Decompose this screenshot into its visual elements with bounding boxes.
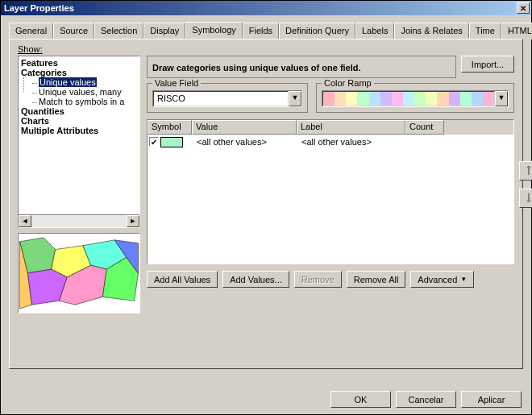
tab-display[interactable]: Display <box>143 23 185 39</box>
remove-all-button[interactable]: Remove All <box>347 271 406 288</box>
grid-header-count[interactable]: Count <box>405 120 444 135</box>
tab-definition-query[interactable]: Definition Query <box>279 23 355 39</box>
layer-properties-window: Layer Properties ✕ General Source Select… <box>0 0 532 415</box>
show-list-hscroll[interactable]: ◄ ► <box>19 214 139 227</box>
grid-row[interactable]: ✔ <all other values> <all other values> <box>148 135 513 149</box>
color-ramp-caret[interactable]: ▼ <box>495 91 508 106</box>
tab-symbology[interactable]: Symbology <box>185 22 242 39</box>
value-field-group: Value Field RISCO ▼ <box>147 83 308 113</box>
description-box: Draw categories using unique values of o… <box>147 56 456 78</box>
symbology-panel: Show: Features Categories Unique values … <box>9 39 523 369</box>
row-symbol-swatch[interactable] <box>160 137 183 147</box>
row-label[interactable]: <all other values> <box>298 137 407 147</box>
show-label: Show: <box>18 44 514 54</box>
titlebar: Layer Properties ✕ <box>1 1 531 15</box>
scroll-right[interactable]: ► <box>127 215 139 227</box>
show-features[interactable]: Features <box>19 58 139 68</box>
show-multiple-attributes[interactable]: Multiple Attributes <box>19 126 139 135</box>
grid-header-value[interactable]: Value <box>192 120 297 135</box>
tab-source[interactable]: Source <box>53 23 94 39</box>
value-field-legend: Value Field <box>152 78 201 88</box>
tab-general[interactable]: General <box>9 23 53 39</box>
add-values-button[interactable]: Add Values... <box>222 271 289 288</box>
tab-selection[interactable]: Selection <box>94 23 143 39</box>
ok-button[interactable]: OK <box>330 391 391 408</box>
show-match-symbols[interactable]: Match to symbols in a <box>30 97 139 106</box>
tab-html-popup[interactable]: HTML Popup <box>501 23 532 39</box>
scroll-left[interactable]: ◄ <box>19 215 31 227</box>
remove-button: Remove <box>294 271 342 288</box>
value-field-dropdown[interactable]: RISCO ▼ <box>152 90 302 107</box>
row-value[interactable]: <all other values> <box>193 137 298 147</box>
move-down-button[interactable]: 🠗 <box>519 189 532 208</box>
move-up-button[interactable]: 🠕 <box>519 161 532 181</box>
categories-grid[interactable]: Symbol Value Label Count ✔ <all oth <box>147 119 514 264</box>
color-ramp-legend: Color Ramp <box>322 78 374 88</box>
value-field-value: RISCO <box>153 91 289 106</box>
apply-button[interactable]: Aplicar <box>461 391 522 408</box>
close-button[interactable]: ✕ <box>517 2 530 14</box>
window-title: Layer Properties <box>4 3 74 13</box>
show-charts[interactable]: Charts <box>19 116 139 126</box>
advanced-button[interactable]: Advanced ▼ <box>410 271 474 288</box>
description-text: Draw categories using unique values of o… <box>152 63 361 73</box>
show-list[interactable]: Features Categories Unique values Unique… <box>18 56 140 228</box>
chevron-down-icon: ▼ <box>460 276 467 283</box>
color-ramp-dropdown[interactable]: ▼ <box>322 90 509 107</box>
row-checkbox[interactable]: ✔ <box>149 137 159 147</box>
show-categories[interactable]: Categories <box>19 68 139 77</box>
tab-time[interactable]: Time <box>469 23 501 39</box>
show-unique-values[interactable]: Unique values <box>30 77 139 87</box>
color-ramp-group: Color Ramp ▼ <box>316 83 514 113</box>
tab-labels[interactable]: Labels <box>355 23 394 39</box>
grid-header-label[interactable]: Label <box>297 120 405 135</box>
tab-strip: General Source Selection Display Symbolo… <box>9 22 523 39</box>
add-all-values-button[interactable]: Add All Values <box>147 271 218 288</box>
show-unique-values-many[interactable]: Unique values, many <box>30 87 139 97</box>
show-quantities[interactable]: Quantities <box>19 106 139 116</box>
color-ramp-preview <box>322 91 495 106</box>
tab-fields[interactable]: Fields <box>243 23 279 39</box>
import-button[interactable]: Import... <box>461 56 514 73</box>
grid-header-symbol[interactable]: Symbol <box>148 120 192 135</box>
tab-joins-relates[interactable]: Joins & Relates <box>394 23 468 39</box>
value-field-caret[interactable]: ▼ <box>289 91 301 106</box>
symbology-preview <box>18 233 140 313</box>
cancel-button[interactable]: Cancelar <box>396 391 456 408</box>
